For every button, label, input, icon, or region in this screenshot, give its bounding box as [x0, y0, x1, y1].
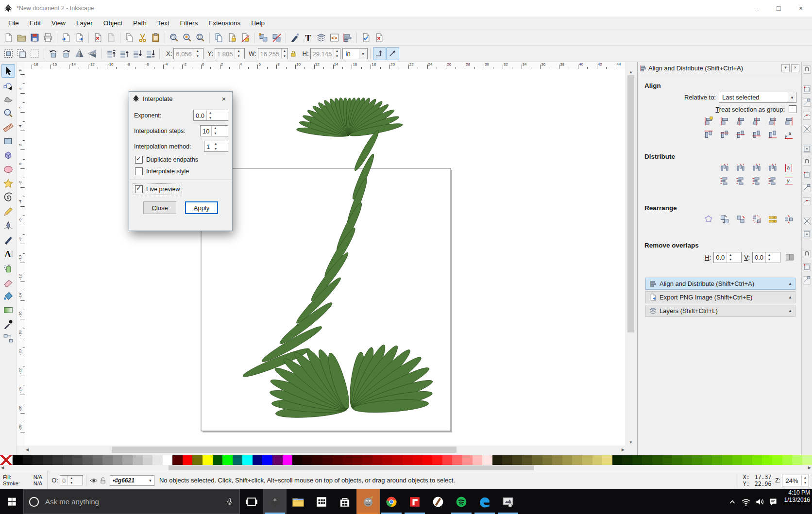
- color-swatch[interactable]: [312, 455, 322, 465]
- distribute-option-button[interactable]: [718, 175, 731, 187]
- color-swatch[interactable]: [262, 455, 272, 465]
- menu-text[interactable]: Text: [152, 17, 175, 29]
- color-swatch[interactable]: [353, 455, 363, 465]
- color-swatch[interactable]: [292, 455, 303, 465]
- pen-tool[interactable]: [1, 219, 15, 232]
- paste-button[interactable]: [149, 31, 162, 44]
- color-swatch[interactable]: [272, 455, 283, 465]
- layer-visibility-icon[interactable]: [89, 476, 98, 485]
- calendar-taskbar-button[interactable]: [310, 489, 333, 514]
- box3d-tool[interactable]: [1, 149, 15, 162]
- inkscape-taskbar-button[interactable]: [263, 489, 287, 514]
- color-swatch[interactable]: [692, 455, 702, 465]
- color-swatch[interactable]: [172, 455, 183, 465]
- pandora-taskbar-button[interactable]: [426, 489, 450, 514]
- color-swatch[interactable]: [322, 455, 333, 465]
- color-swatch[interactable]: [283, 455, 293, 465]
- snap-nodes-button[interactable]: [802, 144, 812, 153]
- zoom-drawing-button[interactable]: [181, 31, 194, 44]
- color-swatch[interactable]: [392, 455, 403, 465]
- dialog-title-bar[interactable]: Interpolate ×: [129, 92, 232, 105]
- horizontal-scroll-thumb[interactable]: [112, 447, 457, 453]
- color-swatch[interactable]: [652, 455, 662, 465]
- zoom-tool[interactable]: [1, 106, 15, 120]
- fill-value[interactable]: N/A: [34, 474, 42, 480]
- menu-view[interactable]: View: [46, 17, 71, 29]
- color-swatch[interactable]: [33, 455, 43, 465]
- color-swatch[interactable]: [572, 455, 582, 465]
- bucket-tool[interactable]: [1, 289, 15, 303]
- menu-help[interactable]: Help: [246, 17, 270, 29]
- vertical-ruler[interactable]: -28-26-24-22-20-18-16-14-12-10-8-6-4-202…: [17, 69, 25, 446]
- align-option-button[interactable]: [782, 116, 795, 127]
- rotate-ccw-button[interactable]: [47, 47, 60, 60]
- color-swatch[interactable]: [462, 455, 473, 465]
- rearrange-option-button[interactable]: [718, 214, 731, 225]
- rotate-cw-button[interactable]: [60, 47, 73, 60]
- color-swatch[interactable]: [113, 455, 123, 465]
- palette-scrollbar[interactable]: ◀▶: [0, 465, 812, 471]
- color-swatch[interactable]: [473, 455, 483, 465]
- align-option-button[interactable]: [734, 116, 747, 127]
- dock-button-align[interactable]: Align and Distribute (Shift+Ctrl+A)▲: [645, 278, 795, 290]
- ellipse-tool[interactable]: [1, 163, 15, 176]
- taskbar-clock[interactable]: 4:10 PM 1/13/2016: [784, 489, 810, 514]
- volume-icon[interactable]: [754, 497, 765, 507]
- calligraphy-tool[interactable]: [1, 233, 15, 247]
- measure-tool[interactable]: [1, 120, 15, 134]
- overlap-h-input[interactable]: 0.0 ▲▼: [713, 252, 742, 263]
- snap-bbox-button[interactable]: [802, 85, 812, 94]
- color-swatch[interactable]: [72, 455, 83, 465]
- group-button[interactable]: [257, 31, 270, 44]
- color-swatch[interactable]: [792, 455, 802, 465]
- color-swatch[interactable]: [492, 455, 503, 465]
- color-swatch[interactable]: [682, 455, 693, 465]
- distribute-option-button[interactable]: [734, 175, 747, 187]
- color-swatch[interactable]: [762, 455, 772, 465]
- color-swatch[interactable]: [382, 455, 392, 465]
- color-swatch[interactable]: [362, 455, 372, 465]
- close-dialog-button[interactable]: Close: [143, 201, 176, 214]
- task-view-taskbar-button[interactable]: [240, 489, 263, 514]
- w-input[interactable]: 16.255▲▼: [258, 48, 288, 59]
- align-option-button[interactable]: [734, 129, 747, 140]
- network-icon[interactable]: [741, 497, 751, 507]
- color-swatch[interactable]: [403, 455, 413, 465]
- maximize-button[interactable]: □: [767, 0, 790, 17]
- color-swatch[interactable]: [602, 455, 612, 465]
- spinner-arrows[interactable]: ▲▼: [68, 476, 75, 485]
- color-swatch[interactable]: [742, 455, 752, 465]
- snap-bbox-edges-button[interactable]: [802, 98, 812, 107]
- rectangle-tool[interactable]: [1, 134, 15, 148]
- color-swatch[interactable]: [562, 455, 573, 465]
- color-swatch[interactable]: [622, 455, 632, 465]
- color-swatch[interactable]: [203, 455, 213, 465]
- node-tool[interactable]: [1, 78, 15, 92]
- color-swatch[interactable]: [423, 455, 433, 465]
- horizontal-ruler[interactable]: -18-16-14-12-10-8-6-4-202468101214161820…: [25, 62, 626, 69]
- color-swatch[interactable]: [512, 455, 523, 465]
- menu-layer[interactable]: Layer: [71, 17, 98, 29]
- minimize-button[interactable]: –: [745, 0, 767, 17]
- color-swatch[interactable]: [43, 455, 53, 465]
- menu-object[interactable]: Object: [98, 17, 128, 29]
- rearrange-option-button[interactable]: [702, 214, 715, 225]
- color-swatch[interactable]: [502, 455, 512, 465]
- flip-vertical-button[interactable]: [86, 47, 99, 60]
- color-swatch[interactable]: [152, 455, 163, 465]
- ungroup-button[interactable]: [270, 31, 283, 44]
- snap-centers-button[interactable]: [802, 230, 812, 239]
- align-dialog-button[interactable]: [341, 31, 354, 44]
- print-button[interactable]: [41, 31, 54, 44]
- rearrange-option-button[interactable]: [782, 214, 795, 225]
- menu-extensions[interactable]: Extensions: [203, 17, 246, 29]
- color-swatch[interactable]: [242, 455, 253, 465]
- scroll-right-arrow[interactable]: ▶: [622, 448, 625, 452]
- gimp-taskbar-button[interactable]: [356, 489, 380, 514]
- scale-stroke-toggle[interactable]: [373, 47, 386, 60]
- redo-button[interactable]: [104, 31, 118, 44]
- canvas[interactable]: [25, 69, 626, 446]
- selector-tool[interactable]: [1, 64, 15, 78]
- rearrange-option-button[interactable]: [750, 214, 763, 225]
- fill-stroke-dialog-button[interactable]: [288, 31, 302, 44]
